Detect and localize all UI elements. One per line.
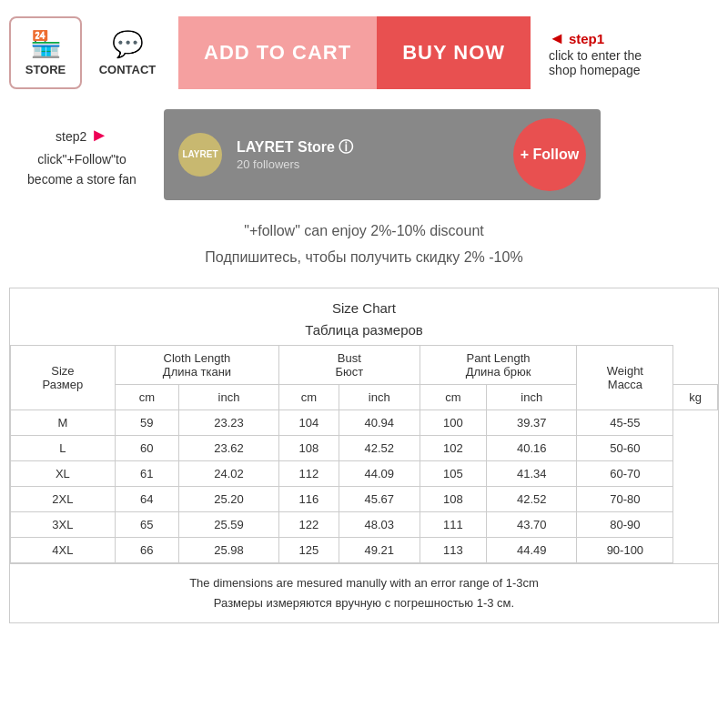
follow-button[interactable]: + Follow bbox=[513, 118, 586, 191]
top-section: 🏪 STORE 💬 CONTACT ADD TO CART BUY NOW ◄ … bbox=[9, 9, 719, 96]
table-cell: 4XL bbox=[11, 537, 116, 562]
step1-line: ◄ step1 bbox=[549, 29, 604, 48]
table-cell: 25.98 bbox=[178, 537, 278, 562]
unit-cm3: cm bbox=[420, 384, 486, 410]
table-cell: 24.02 bbox=[178, 460, 278, 486]
unit-inch3: inch bbox=[487, 384, 577, 410]
table-cell: 100 bbox=[420, 410, 486, 435]
unit-inch2: inch bbox=[339, 384, 420, 410]
size-table-body: M5923.2310440.9410039.3745-55L6023.62108… bbox=[11, 410, 718, 562]
step1-label: step1 bbox=[569, 31, 604, 46]
table-cell: 60-70 bbox=[577, 460, 673, 486]
table-cell: 43.70 bbox=[487, 511, 577, 537]
table-cell: 50-60 bbox=[577, 435, 673, 460]
table-cell: 40.16 bbox=[487, 435, 577, 460]
table-cell: 122 bbox=[279, 511, 339, 537]
footer-note: The dimensions are mesured manully with … bbox=[10, 563, 718, 622]
footer-note-en: The dimensions are mesured manully with … bbox=[15, 573, 713, 593]
table-cell: 3XL bbox=[11, 511, 116, 537]
footer-note-ru: Размеры измеряются вручную с погрешность… bbox=[15, 593, 713, 613]
step2-text: step2 ► click"+Follow"tobecome a store f… bbox=[18, 120, 146, 190]
table-cell: 125 bbox=[279, 537, 339, 562]
col-size-header: Size Размер bbox=[11, 345, 116, 410]
contact-button[interactable]: 💬 CONTACT bbox=[91, 16, 164, 89]
table-cell: 44.49 bbox=[487, 537, 577, 562]
col-pant-length-header: Pant Length Длина брюк bbox=[420, 345, 577, 384]
table-cell: 112 bbox=[279, 460, 339, 486]
table-cell: XL bbox=[11, 460, 116, 486]
unit-cm2: cm bbox=[279, 384, 339, 410]
unit-cm1: cm bbox=[115, 384, 178, 410]
store-logo: LAYRET bbox=[178, 133, 222, 177]
discount-line2: Подпишитесь, чтобы получить скидку 2% -1… bbox=[9, 245, 719, 271]
step1-desc2: shop homepage bbox=[549, 63, 640, 77]
col-weight-header: Weight Масса bbox=[577, 345, 673, 410]
discount-line1: "+follow" can enjoy 2%-10% discount bbox=[9, 218, 719, 245]
table-cell: 39.37 bbox=[487, 410, 577, 435]
table-cell: 44.09 bbox=[339, 460, 420, 486]
table-row: M5923.2310440.9410039.3745-55 bbox=[11, 410, 718, 435]
contact-icon: 💬 bbox=[112, 29, 144, 59]
table-cell: 80-90 bbox=[577, 511, 673, 537]
table-cell: M bbox=[11, 410, 116, 435]
size-chart-container: Size Chart Таблица размеров Size Размер … bbox=[9, 288, 719, 623]
col-cloth-length-header: Cloth Length Длина ткани bbox=[115, 345, 278, 384]
table-cell: 23.62 bbox=[178, 435, 278, 460]
table-cell: 65 bbox=[115, 511, 178, 537]
step1-desc1: click to enter the bbox=[549, 48, 642, 63]
table-header-row1: Size Размер Cloth Length Длина ткани Bus… bbox=[11, 345, 718, 384]
contact-label: CONTACT bbox=[99, 63, 157, 76]
table-cell: 48.03 bbox=[339, 511, 420, 537]
table-cell: 61 bbox=[115, 460, 178, 486]
buy-now-button[interactable]: BUY NOW bbox=[377, 16, 531, 89]
table-cell: 116 bbox=[279, 486, 339, 511]
table-row: 2XL6425.2011645.6710842.5270-80 bbox=[11, 486, 718, 511]
size-chart-title-ru: Таблица размеров bbox=[10, 319, 718, 341]
table-cell: L bbox=[11, 435, 116, 460]
table-row: 4XL6625.9812549.2111344.4990-100 bbox=[11, 537, 718, 562]
step2-label: step2 ► bbox=[56, 129, 108, 144]
store-name: LAYRET Store ⓘ bbox=[237, 138, 499, 157]
table-cell: 59 bbox=[115, 410, 178, 435]
table-row: XL6124.0211244.0910541.3460-70 bbox=[11, 460, 718, 486]
table-cell: 23.23 bbox=[178, 410, 278, 435]
size-chart-title: Size Chart Таблица размеров bbox=[10, 288, 718, 345]
table-cell: 60 bbox=[115, 435, 178, 460]
store-icon: 🏪 bbox=[30, 29, 62, 59]
table-cell: 40.94 bbox=[339, 410, 420, 435]
table-cell: 108 bbox=[279, 435, 339, 460]
store-follow-bar: LAYRET LAYRET Store ⓘ 20 followers + Fol… bbox=[164, 109, 601, 200]
store-info: LAYRET Store ⓘ 20 followers bbox=[237, 138, 499, 171]
step2-arrow-icon: ► bbox=[90, 125, 108, 145]
table-row: L6023.6210842.5210240.1650-60 bbox=[11, 435, 718, 460]
store-button[interactable]: 🏪 STORE bbox=[9, 16, 82, 89]
step1-block: ◄ step1 click to enter the shop homepage bbox=[549, 29, 642, 77]
table-row: 3XL6525.5912248.0311143.7080-90 bbox=[11, 511, 718, 537]
table-cell: 42.52 bbox=[339, 435, 420, 460]
table-cell: 105 bbox=[420, 460, 486, 486]
table-cell: 2XL bbox=[11, 486, 116, 511]
table-cell: 104 bbox=[279, 410, 339, 435]
size-chart-title-en: Size Chart bbox=[10, 298, 718, 319]
table-cell: 113 bbox=[420, 537, 486, 562]
step2-section: step2 ► click"+Follow"tobecome a store f… bbox=[9, 96, 719, 207]
main-container: 🏪 STORE 💬 CONTACT ADD TO CART BUY NOW ◄ … bbox=[0, 0, 728, 642]
table-cell: 45-55 bbox=[577, 410, 673, 435]
unit-kg: kg bbox=[673, 384, 718, 410]
table-cell: 45.67 bbox=[339, 486, 420, 511]
size-table: Size Размер Cloth Length Длина ткани Bus… bbox=[10, 345, 718, 563]
add-to-cart-button[interactable]: ADD TO CART bbox=[178, 16, 377, 89]
discount-section: "+follow" can enjoy 2%-10% discount Подп… bbox=[9, 207, 719, 278]
table-cell: 41.34 bbox=[487, 460, 577, 486]
step2-desc: click"+Follow"tobecome a store fan bbox=[27, 152, 136, 187]
table-cell: 42.52 bbox=[487, 486, 577, 511]
table-cell: 90-100 bbox=[577, 537, 673, 562]
table-cell: 49.21 bbox=[339, 537, 420, 562]
table-cell: 108 bbox=[420, 486, 486, 511]
arrow-left-icon: ◄ bbox=[549, 29, 565, 48]
store-label: STORE bbox=[25, 63, 66, 76]
col-bust-header: Bust Бюст bbox=[279, 345, 420, 384]
table-cell: 25.59 bbox=[178, 511, 278, 537]
table-cell: 64 bbox=[115, 486, 178, 511]
table-cell: 70-80 bbox=[577, 486, 673, 511]
